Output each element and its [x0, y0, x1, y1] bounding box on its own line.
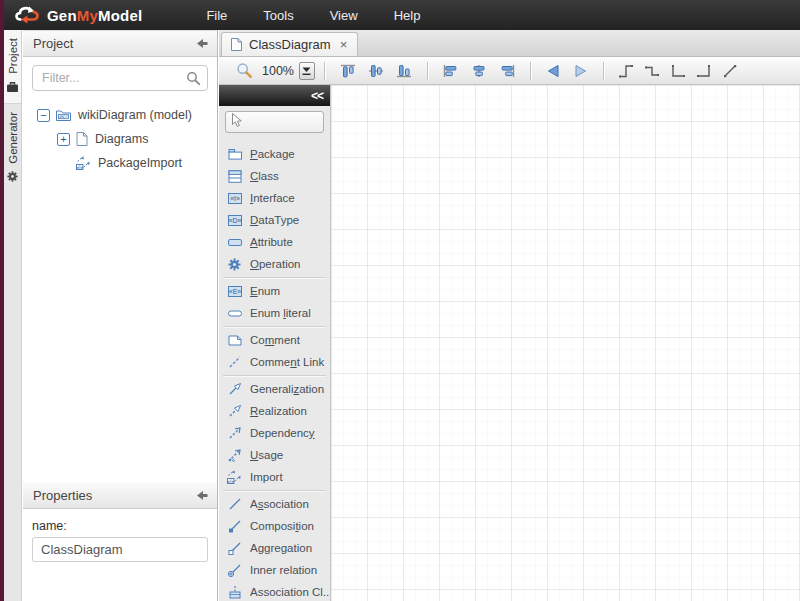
palette-item-realization[interactable]: Realization — [219, 400, 330, 422]
properties-panel-title: Properties — [33, 488, 195, 503]
zoom-level-value: 100% — [262, 64, 294, 78]
palette-item-label: Dependency — [250, 427, 315, 439]
palette-item-aggregation[interactable]: Aggregation — [219, 537, 330, 559]
selection-tool-button[interactable] — [225, 111, 324, 133]
palette-item-enum-literal[interactable]: Enum literal — [219, 302, 330, 324]
collapse-panel-arrow-icon[interactable] — [195, 489, 209, 502]
project-panel-header: Project — [23, 30, 217, 57]
properties-panel-header: Properties — [23, 482, 217, 509]
palette-item-label: Comment — [250, 334, 300, 346]
palette-item-label: Package — [250, 148, 295, 160]
palette-item-operation[interactable]: Operation — [219, 253, 330, 275]
genmymodel-logo[interactable]: GenMyModel — [12, 4, 142, 27]
association-icon — [226, 496, 243, 512]
project-panel-title: Project — [33, 36, 195, 51]
align-right-icon[interactable] — [495, 61, 519, 81]
name-field-label: name: — [32, 519, 208, 533]
align-left-icon[interactable] — [439, 61, 463, 81]
tab-classdiagram[interactable]: ClassDiagram × — [221, 32, 358, 56]
zoom-icon[interactable] — [233, 60, 256, 81]
connector-oblique-icon[interactable] — [719, 61, 741, 81]
zoom-dropdown-button[interactable] — [299, 62, 315, 80]
menu-view[interactable]: View — [312, 2, 376, 29]
tree-item-packageimport[interactable]: «I»PackageImport — [23, 151, 217, 175]
top-menubar: GenMyModel FileToolsViewHelp — [4, 0, 800, 30]
palette-item-association[interactable]: Association — [219, 493, 330, 515]
diagram-canvas[interactable] — [331, 85, 800, 601]
palette-item-comment-link[interactable]: Comment Link — [219, 351, 330, 373]
align-top-icon[interactable] — [336, 61, 360, 81]
association-class-icon — [226, 584, 243, 600]
palette-item-label: Enum literal — [250, 307, 311, 319]
connector-staircase-icon[interactable] — [615, 61, 637, 81]
palette-item-datatype[interactable]: «D»DataType — [219, 209, 330, 231]
menu-file[interactable]: File — [188, 2, 245, 29]
align-middle-icon[interactable] — [364, 61, 388, 81]
tree-item-diagrams[interactable]: +Diagrams — [23, 127, 217, 151]
palette-separator — [223, 326, 326, 327]
realization-icon — [226, 403, 243, 419]
palette-items: PackageClass«I»Interface«D»DataTypeAttri… — [219, 143, 330, 601]
datatype-icon: «D» — [226, 213, 243, 228]
logo-text: GenMyModel — [47, 7, 142, 24]
properties-panel: Properties name: — [23, 482, 218, 601]
inner-relation-icon — [226, 562, 243, 578]
tab-close-icon[interactable]: × — [340, 38, 348, 51]
palette-item-package[interactable]: Package — [219, 143, 330, 165]
name-field-input[interactable] — [32, 537, 208, 562]
tree-item-label: Diagrams — [95, 132, 149, 146]
expand-plus-icon[interactable]: + — [57, 133, 70, 146]
menu-help[interactable]: Help — [376, 2, 439, 29]
palette-item-enum[interactable]: «E»Enum — [219, 280, 330, 302]
palette-item-label: Realization — [250, 405, 307, 417]
align-center-icon[interactable] — [467, 61, 491, 81]
palette-item-generalization[interactable]: Generalization — [219, 378, 330, 400]
flip-left-icon[interactable] — [542, 61, 565, 81]
dependency-icon — [226, 425, 243, 441]
toolbar-group-flip — [540, 61, 594, 81]
toolbar-separator — [530, 62, 531, 80]
connector-corner-icon[interactable] — [667, 61, 689, 81]
palette-item-interface[interactable]: «I»Interface — [219, 187, 330, 209]
palette-item-class[interactable]: Class — [219, 165, 330, 187]
palette-item-usage[interactable]: Usage — [219, 444, 330, 466]
palette-item-dependency[interactable]: Dependency — [219, 422, 330, 444]
connector-corner-reverse-icon[interactable] — [693, 61, 715, 81]
enum-literal-icon — [226, 306, 243, 321]
palette-item-label: Association Cl... — [250, 586, 331, 598]
palette-item-composition[interactable]: Composition — [219, 515, 330, 537]
palette-item-association-cl[interactable]: Association Cl... — [219, 581, 330, 601]
filter-input[interactable] — [32, 65, 208, 91]
toolbar-separator — [324, 62, 325, 80]
generalization-icon — [226, 381, 243, 397]
tree-item-wikidiagram-model[interactable]: −wikiDiagram (model) — [23, 103, 217, 127]
comment-icon — [226, 333, 243, 348]
cloud-logo-icon — [12, 4, 42, 27]
sidebar-tab-generator[interactable]: Generator — [4, 104, 21, 193]
enum-icon: «E» — [226, 284, 243, 299]
palette-item-label: Comment Link — [250, 356, 324, 368]
palette-item-label: Composition — [250, 520, 314, 532]
toolbar-group-align-horizontal — [437, 61, 521, 81]
menu-tools[interactable]: Tools — [245, 2, 311, 29]
connector-zigzag-icon[interactable] — [641, 61, 663, 81]
palette-collapse-button[interactable]: << — [311, 90, 323, 102]
sidebar-tab-project[interactable]: Project — [4, 30, 21, 104]
diagram-icon — [75, 131, 89, 147]
align-bottom-icon[interactable] — [392, 61, 416, 81]
toolbar-group-connector-style — [613, 61, 743, 81]
editor-content: << PackageClass«I»Interface«D»DataTypeAt… — [219, 85, 800, 601]
palette-item-import[interactable]: «I»Import — [219, 466, 330, 488]
palette-item-label: Inner relation — [250, 564, 317, 576]
collapse-minus-icon[interactable]: − — [37, 109, 50, 122]
import-icon: «I» — [226, 469, 243, 485]
palette-item-attribute[interactable]: Attribute — [219, 231, 330, 253]
flip-right-icon[interactable] — [569, 61, 592, 81]
palette-item-inner-relation[interactable]: Inner relation — [219, 559, 330, 581]
properties-body: name: — [23, 509, 217, 562]
collapse-panel-arrow-icon[interactable] — [195, 37, 209, 50]
palette-separator — [223, 490, 326, 491]
composition-icon — [226, 518, 243, 534]
palette-item-comment[interactable]: Comment — [219, 329, 330, 351]
diagram-page-icon — [230, 37, 243, 52]
